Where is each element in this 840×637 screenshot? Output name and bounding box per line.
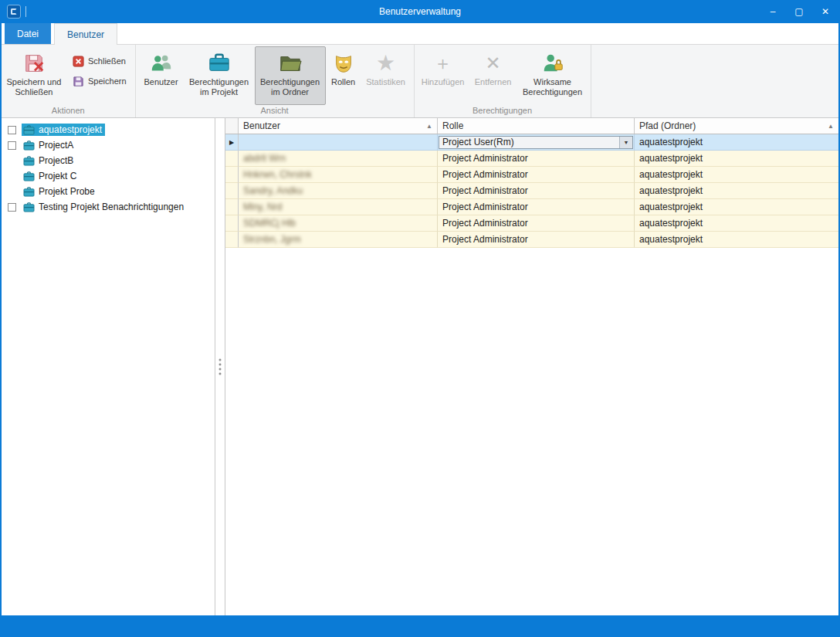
tree-item-projectb[interactable]: ProjectB: [2, 153, 215, 168]
plus-icon: ＋: [431, 51, 456, 76]
column-header-benutzer[interactable]: Benutzer ▲: [239, 118, 438, 134]
group-label-berechtigungen: Berechtigungen: [415, 105, 591, 117]
tree-expander-icon[interactable]: [8, 126, 16, 134]
berechtigungen-im-ordner-button[interactable]: Berechtigungen im Ordner: [255, 46, 326, 105]
maximize-button[interactable]: ▢: [786, 0, 812, 23]
tree-item-label: Testing Projekt Benachrichtigungen: [39, 202, 184, 212]
cell-pfad[interactable]: aquatestprojekt: [635, 151, 838, 167]
cell-benutzer[interactable]: SDMRCj Hlb: [239, 215, 438, 232]
cell-rolle[interactable]: Project Administrator: [438, 215, 635, 232]
cell-rolle[interactable]: Project Administrator: [438, 151, 635, 167]
save-icon: [72, 75, 84, 87]
benutzer-view-button[interactable]: Benutzer: [139, 46, 184, 105]
cell-benutzer[interactable]: [239, 134, 438, 151]
cell-pfad[interactable]: aquatestprojekt: [635, 134, 838, 151]
cell-pfad[interactable]: aquatestprojekt: [635, 215, 838, 232]
tree-item-projekt-c[interactable]: Projekt C: [2, 168, 215, 184]
save-and-close-icon: [22, 51, 46, 76]
grid-row[interactable]: Hnkrwn, Chrstnk Project Administrator aq…: [225, 167, 838, 183]
tree-item-label: ProjectA: [39, 140, 73, 151]
grid-row[interactable]: Strznbn, Jgrm Project Administrator aqua…: [225, 232, 838, 248]
cell-benutzer[interactable]: Sandry, Andku: [239, 183, 438, 199]
window-controls: – ▢ ✕: [760, 0, 838, 23]
row-marker-cell: [225, 215, 239, 232]
blurred-user-name: abdrlt Wrn: [243, 153, 286, 164]
rollen-button[interactable]: Rollen: [326, 46, 361, 105]
sort-ascending-icon: ▲: [828, 123, 834, 130]
tree-item-projecta[interactable]: ProjectA: [2, 137, 215, 153]
cell-benutzer[interactable]: Hnkrwn, Chrstnk: [239, 167, 438, 183]
tree-item-projekt-probe[interactable]: Projekt Probe: [2, 184, 215, 199]
close-button[interactable]: ✕: [812, 0, 838, 23]
combobox-dropdown-icon[interactable]: ▼: [619, 137, 632, 148]
button-label: Statistiken: [366, 77, 405, 87]
grid-row[interactable]: Mlny, Nrd Project Administrator aquatest…: [225, 199, 838, 215]
project-briefcase-icon: [23, 171, 35, 181]
row-marker-cell: [225, 199, 239, 215]
folder-icon: [278, 51, 303, 76]
splitter-handle[interactable]: [215, 118, 225, 615]
app-logo-glyph: [11, 8, 17, 15]
splitter-dots-icon: [219, 359, 222, 375]
cell-rolle[interactable]: Project Administrator: [438, 183, 635, 199]
statusbar: [2, 615, 838, 637]
project-briefcase-icon: [23, 202, 35, 212]
cell-rolle[interactable]: Project Administrator: [438, 199, 635, 215]
grid-row[interactable]: abdrlt Wrn Project Administrator aquates…: [225, 151, 838, 167]
user-lock-icon: [540, 51, 565, 76]
tree-expander-icon[interactable]: [8, 203, 16, 212]
project-briefcase-icon: [23, 156, 35, 166]
cell-rolle[interactable]: Project Administrator: [438, 232, 635, 248]
speichern-und-schliessen-button[interactable]: Speichern und Schließen: [5, 46, 63, 105]
cell-pfad[interactable]: aquatestprojekt: [635, 199, 838, 215]
cell-benutzer[interactable]: Strznbn, Jgrm: [239, 232, 438, 248]
column-header-pfad-ordner[interactable]: Pfad (Ordner) ▲: [635, 118, 838, 134]
row-marker-cell: [225, 183, 239, 199]
cell-benutzer[interactable]: Mlny, Nrd: [239, 199, 438, 215]
cell-pfad[interactable]: aquatestprojekt: [635, 232, 838, 248]
grid-row[interactable]: SDMRCj Hlb Project Administrator aquates…: [225, 215, 838, 232]
users-icon: [149, 51, 174, 76]
window-title: Benutzerverwaltung: [2, 6, 838, 17]
tree-item-testing-projekt[interactable]: Testing Projekt Benachrichtigungen: [2, 199, 215, 215]
blurred-user-name: Sandry, Andku: [243, 185, 303, 196]
row-marker-cell: [225, 167, 239, 183]
blurred-user-name: SDMRCj Hlb: [243, 218, 296, 229]
grid-row-selected[interactable]: ▶ Project User(Rm) ▼ aquatestprojekt: [225, 134, 838, 151]
minimize-button[interactable]: –: [760, 0, 786, 23]
star-icon: ★: [374, 51, 398, 76]
project-briefcase-icon: [23, 187, 35, 197]
wirksame-berechtigungen-button[interactable]: Wirksame Berechtigungen: [518, 46, 588, 105]
button-label: Berechtigungen im Projekt: [185, 77, 254, 97]
row-marker-cell: ▶: [225, 134, 239, 151]
mask-icon: [331, 51, 356, 76]
cell-pfad[interactable]: aquatestprojekt: [635, 183, 838, 199]
cell-benutzer[interactable]: abdrlt Wrn: [239, 151, 438, 167]
speichern-button[interactable]: Speichern: [66, 73, 132, 90]
grid-row[interactable]: Sandry, Andku Project Administrator aqua…: [225, 183, 838, 199]
tab-datei[interactable]: Datei: [5, 23, 51, 44]
berechtigungen-im-projekt-button[interactable]: Berechtigungen im Projekt: [184, 46, 255, 105]
group-label-aktionen: Aktionen: [2, 105, 135, 117]
blurred-user-name: Hnkrwn, Chrstnk: [243, 169, 312, 180]
tree-item-aquatestprojekt[interactable]: aquatestprojekt: [2, 122, 215, 137]
rolle-combobox[interactable]: Project User(Rm) ▼: [439, 136, 633, 149]
main-content: aquatestprojekt ProjectA Pro: [2, 118, 838, 615]
tree-expander-icon[interactable]: [8, 141, 16, 150]
entfernen-button: ✕ Entfernen: [469, 46, 518, 105]
tab-benutzer[interactable]: Benutzer: [54, 23, 117, 45]
titlebar: Benutzerverwaltung – ▢ ✕: [2, 0, 838, 23]
row-marker-cell: [225, 151, 239, 167]
blurred-user-name: Mlny, Nrd: [243, 202, 282, 212]
button-label: Speichern und Schließen: [5, 77, 63, 97]
column-header-rolle[interactable]: Rolle: [438, 118, 635, 134]
app-icon: [7, 5, 21, 19]
row-indicator-header: [225, 118, 239, 134]
group-label-ansicht: Ansicht: [136, 105, 414, 117]
cell-rolle[interactable]: Project Administrator: [438, 167, 635, 183]
column-title: Pfad (Ordner): [639, 120, 696, 131]
project-tree: aquatestprojekt ProjectA Pro: [2, 118, 215, 615]
button-label: Speichern: [88, 76, 127, 86]
schliessen-button[interactable]: Schließen: [66, 53, 132, 69]
cell-pfad[interactable]: aquatestprojekt: [635, 167, 838, 183]
